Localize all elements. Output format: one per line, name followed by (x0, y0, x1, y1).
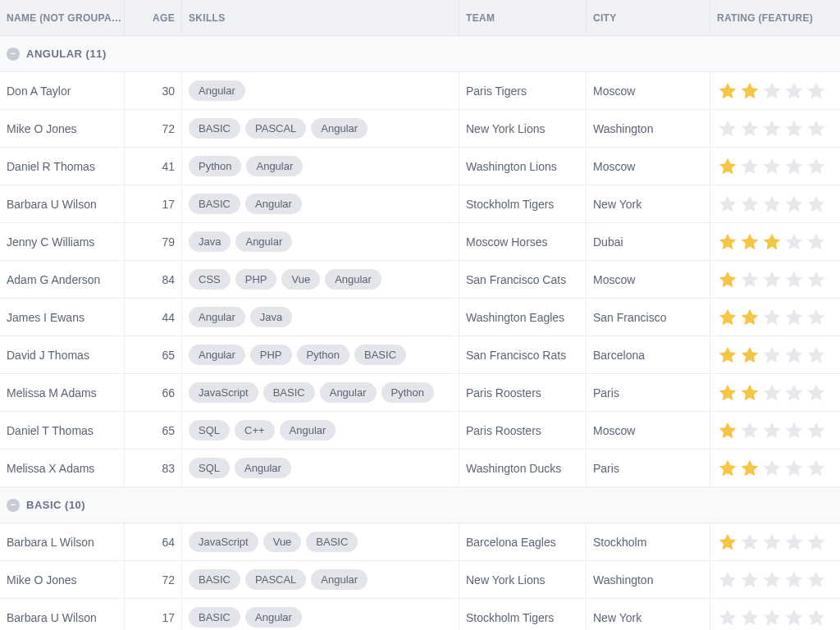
skill-tag: Angular (311, 118, 368, 139)
star-icon (717, 231, 738, 253)
star-icon (783, 194, 805, 215)
skills-wrap: JavaScriptVueBASIC (189, 532, 358, 552)
star-icon (739, 420, 760, 441)
cell-team: San Francisco Cats (459, 261, 587, 298)
skill-tag: BASIC (189, 118, 240, 139)
cell-name: Melissa X Adams (0, 450, 125, 486)
skills-wrap: CSSPHPVueAngular (189, 269, 381, 290)
collapse-icon[interactable]: − (7, 499, 20, 512)
group-row[interactable]: −ANGULAR (11) (0, 36, 840, 72)
star-icon (783, 420, 805, 441)
table-row[interactable]: James I Ewans44AngularJavaWashington Eag… (0, 299, 840, 336)
star-icon (806, 382, 827, 404)
rating-stars[interactable] (717, 345, 827, 366)
cell-skills: BASICPASCALAngular (182, 561, 459, 598)
cell-team: Paris Roosters (459, 412, 587, 449)
cell-name: Melissa M Adams (0, 374, 125, 411)
skills-wrap: BASICPASCALAngular (189, 569, 368, 590)
star-icon (783, 156, 805, 177)
skill-tag: BASIC (189, 194, 240, 214)
table-row[interactable]: Barbara L Wilson64JavaScriptVueBASICBarc… (0, 523, 840, 561)
star-icon (806, 231, 827, 253)
star-icon (761, 118, 783, 139)
star-icon (806, 345, 827, 366)
table-row[interactable]: Don A Taylor30AngularParis TigersMoscow (0, 72, 840, 110)
header-team[interactable]: TEAM (459, 0, 587, 35)
rating-stars[interactable] (717, 156, 827, 177)
table-row[interactable]: Mike O Jones72BASICPASCALAngularNew York… (0, 110, 840, 148)
table-row[interactable]: Barbara U Wilson17BASICAngularStockholm … (0, 185, 840, 223)
skill-tag: Angular (189, 80, 245, 101)
cell-city: Barcelona (587, 336, 710, 373)
cell-team: Paris Tigers (459, 72, 587, 109)
skill-tag: BASIC (189, 607, 240, 628)
rating-stars[interactable] (717, 607, 827, 628)
cell-rating (710, 110, 840, 147)
star-icon (739, 269, 760, 290)
star-icon (761, 420, 783, 441)
header-skills[interactable]: SKILLS (182, 0, 459, 35)
cell-skills: JavaScriptBASICAngularPython (182, 374, 459, 411)
cell-rating (710, 261, 840, 298)
header-row: NAME (NOT GROUPA… AGE SKILLS TEAM CITY R… (0, 0, 840, 36)
star-icon (717, 382, 738, 404)
header-name[interactable]: NAME (NOT GROUPA… (0, 0, 125, 35)
group-row[interactable]: −BASIC (10) (0, 487, 840, 523)
star-icon (783, 80, 805, 102)
table-row[interactable]: Daniel T Thomas65SQLC++AngularParis Roos… (0, 412, 840, 450)
star-icon (761, 569, 783, 591)
star-icon (739, 569, 760, 591)
cell-age: 66 (125, 374, 182, 411)
cell-age: 72 (125, 561, 182, 598)
cell-city: San Francisco (587, 299, 710, 336)
cell-skills: PythonAngular (182, 148, 459, 185)
table-row[interactable]: Adam G Anderson84CSSPHPVueAngularSan Fra… (0, 261, 840, 299)
cell-age: 44 (125, 299, 182, 336)
skill-tag: Angular (246, 156, 303, 176)
rating-stars[interactable] (717, 458, 827, 479)
rating-stars[interactable] (717, 231, 827, 253)
cell-team: Paris Roosters (459, 374, 587, 411)
rating-stars[interactable] (717, 118, 827, 139)
header-age[interactable]: AGE (125, 0, 182, 35)
cell-city: Washington (587, 110, 710, 147)
table-row[interactable]: Mike O Jones72BASICPASCALAngularNew York… (0, 561, 840, 599)
table-row[interactable]: Daniel R Thomas41PythonAngularWashington… (0, 148, 840, 185)
star-icon (739, 382, 760, 404)
rating-stars[interactable] (717, 307, 827, 328)
skill-tag: Java (189, 231, 231, 252)
table-row[interactable]: Melissa X Adams83SQLAngularWashington Du… (0, 450, 840, 487)
cell-skills: JavaScriptVueBASIC (182, 523, 459, 560)
table-row[interactable]: Melissa M Adams66JavaScriptBASICAngularP… (0, 374, 840, 412)
table-row[interactable]: Jenny C Williams79JavaAngularMoscow Hors… (0, 223, 840, 261)
star-icon (783, 345, 805, 366)
cell-rating (710, 148, 840, 185)
cell-name: David J Thomas (0, 336, 125, 373)
star-icon (717, 194, 738, 215)
table-row[interactable]: David J Thomas65AngularPHPPythonBASICSan… (0, 336, 840, 374)
cell-name: Barbara U Wilson (0, 599, 125, 630)
cell-name: Barbara L Wilson (0, 523, 125, 560)
skill-tag: PASCAL (245, 569, 306, 590)
star-icon (806, 532, 827, 553)
skill-tag: CSS (189, 269, 231, 290)
cell-rating (710, 599, 840, 630)
header-rating[interactable]: RATING (FEATURE) (710, 0, 840, 35)
rating-stars[interactable] (717, 269, 827, 290)
rating-stars[interactable] (717, 194, 827, 215)
skill-tag: PASCAL (245, 118, 306, 139)
rating-stars[interactable] (717, 382, 827, 404)
rating-stars[interactable] (717, 80, 827, 102)
table-row[interactable]: Barbara U Wilson17BASICAngularStockholm … (0, 599, 840, 630)
skills-wrap: SQLC++Angular (189, 420, 336, 441)
skill-tag: SQL (189, 420, 230, 441)
star-icon (761, 269, 783, 290)
star-icon (783, 569, 805, 591)
rating-stars[interactable] (717, 420, 827, 441)
collapse-icon[interactable]: − (7, 48, 20, 61)
rating-stars[interactable] (717, 569, 827, 591)
cell-city: Paris (587, 374, 710, 411)
header-city[interactable]: CITY (587, 0, 710, 35)
rating-stars[interactable] (717, 532, 827, 553)
star-icon (717, 420, 738, 441)
